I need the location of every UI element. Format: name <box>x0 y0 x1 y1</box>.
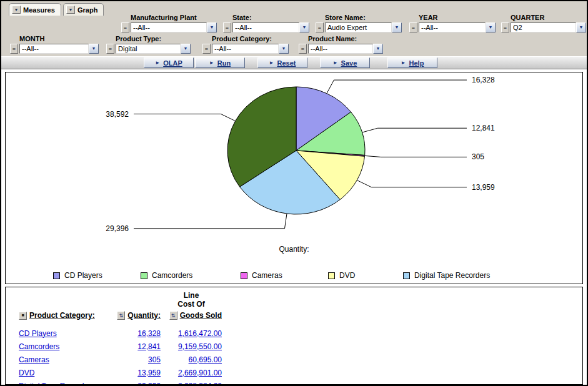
table-cell: 305 <box>116 355 161 364</box>
value-link[interactable]: 2,028,324.00 <box>178 382 222 385</box>
tab-label: Graph <box>77 6 97 14</box>
table-cell: Digital Tape Recorders <box>19 382 116 385</box>
value-link[interactable]: 305 <box>148 355 161 364</box>
olap-report-window: ▼ Measures ▼ Graph Manufacturing Plant =… <box>0 0 588 386</box>
table-cell: 60,695.00 <box>161 355 222 364</box>
legend-label: DVD <box>339 271 355 280</box>
dropdown-arrow-icon[interactable]: ▼ <box>576 22 586 32</box>
tab-label: Measures <box>23 6 55 14</box>
sort-icon[interactable]: ⇅ <box>117 311 125 320</box>
equals-button[interactable]: = <box>202 44 211 54</box>
dropdown-arrow-icon[interactable]: ▼ <box>181 44 191 54</box>
dropdown-arrow-icon[interactable]: ▼ <box>486 22 496 32</box>
value-link[interactable]: 13,959 <box>137 369 161 377</box>
pie-data-label: 305 <box>472 152 484 161</box>
equals-button[interactable]: = <box>223 22 231 32</box>
value-link[interactable]: 2,669,901.00 <box>178 369 222 377</box>
filter-value[interactable]: --All-- <box>19 44 89 54</box>
table-body: CD Players16,3281,616,472.00Camcorders12… <box>19 327 582 385</box>
filter-value[interactable]: --All-- <box>308 44 373 54</box>
dropdown-arrow-icon[interactable]: ▼ <box>392 22 402 32</box>
product-category-link[interactable]: Digital Tape Recorders <box>19 382 94 385</box>
value-link[interactable]: 12,841 <box>137 342 161 351</box>
pie-data-label: 13,959 <box>472 183 495 192</box>
product-category-link[interactable]: Camcorders <box>19 342 59 351</box>
equals-button[interactable]: = <box>106 44 114 54</box>
legend-item: CD Players <box>53 271 102 280</box>
pie-data-label: 38,592 <box>106 110 129 119</box>
equals-button[interactable]: = <box>121 22 129 32</box>
tab-measures[interactable]: ▼ Measures <box>9 3 61 16</box>
filter-quarter: QUARTER = Q2 ▼ <box>501 14 586 32</box>
save-button[interactable]: ► Save <box>320 57 370 68</box>
olap-button[interactable]: ► OLAP <box>144 57 194 68</box>
filter-label: MONTH <box>19 35 99 42</box>
value-link[interactable]: 9,159,550.00 <box>178 342 222 351</box>
help-button[interactable]: ► Help <box>387 57 437 68</box>
filter-value[interactable]: --All-- <box>419 22 486 32</box>
filter-product-type: Product Type: = Digital ▼ <box>106 35 191 54</box>
pie-data-label: 12,841 <box>472 124 495 132</box>
table-row: Cameras30560,695.00 <box>19 353 582 366</box>
dropdown-arrow-icon[interactable]: ▼ <box>373 44 383 54</box>
filter-store-name: Store Name: = Audio Expert ▼ <box>316 14 402 32</box>
filter-label: Manufacturing Plant <box>131 14 217 21</box>
leader-line <box>327 80 467 94</box>
value-link[interactable]: 29,396 <box>137 382 161 385</box>
value-link[interactable]: 1,616,472.00 <box>178 329 222 338</box>
dropdown-arrow-icon[interactable]: ▼ <box>207 22 217 32</box>
button-arrow-icon: ► <box>269 61 274 66</box>
table-cell: 1,616,472.00 <box>161 329 222 338</box>
filter-value[interactable]: --All-- <box>131 22 207 32</box>
table-row: Camcorders12,8419,159,550.00 <box>19 340 582 353</box>
table-cell: 12,841 <box>116 342 161 351</box>
filter-value[interactable]: --All-- <box>212 44 279 54</box>
filter-label: Product Category: <box>212 35 289 42</box>
column-header-line: Line <box>161 291 222 300</box>
button-arrow-icon: ► <box>333 61 338 66</box>
column-control-icon[interactable]: ■ <box>19 312 27 320</box>
filter-label: Product Name: <box>308 35 383 42</box>
chart-title: Quantity: <box>6 245 582 254</box>
column-header-goods-sold[interactable]: Goods Sold <box>180 311 222 320</box>
filter-label: YEAR <box>419 14 496 21</box>
tab-graph[interactable]: ▼ Graph <box>63 3 104 16</box>
equals-button[interactable]: = <box>299 44 307 54</box>
column-header-line: Cost Of <box>161 300 222 309</box>
product-category-link[interactable]: CD Players <box>19 329 57 338</box>
sort-icon[interactable]: ⇅ <box>169 311 177 320</box>
reset-button[interactable]: ► Reset <box>257 57 307 68</box>
filter-label: Store Name: <box>325 14 402 21</box>
dropdown-arrow-icon[interactable]: ▼ <box>279 44 289 54</box>
pie-data-label: 16,328 <box>472 76 495 84</box>
button-arrow-icon: ► <box>155 61 160 66</box>
equals-button[interactable]: = <box>409 22 417 32</box>
leader-line <box>357 181 467 187</box>
equals-button[interactable]: = <box>501 22 509 32</box>
table-row: Digital Tape Recorders29,3962,028,324.00 <box>19 379 582 385</box>
button-label: Help <box>409 59 424 67</box>
equals-button[interactable]: = <box>316 22 324 32</box>
filter-value[interactable]: Q2 <box>511 22 576 32</box>
pie-chart: 16,32812,84130513,95929,39638,592 <box>6 72 582 242</box>
equals-button[interactable]: = <box>10 44 18 54</box>
filter-value[interactable]: Digital <box>116 44 181 54</box>
control-panel: ▼ Measures ▼ Graph Manufacturing Plant =… <box>1 1 587 69</box>
filter-value[interactable]: --All-- <box>232 22 299 32</box>
column-header-product-category[interactable]: Product Category: <box>29 311 95 320</box>
dropdown-arrow-icon[interactable]: ▼ <box>299 22 309 32</box>
table-cell: 13,959 <box>116 369 161 377</box>
run-button[interactable]: ► Run <box>195 57 245 68</box>
product-category-link[interactable]: Cameras <box>19 355 49 364</box>
tab-dropdown-icon[interactable]: ▼ <box>12 6 21 14</box>
table-row: CD Players16,3281,616,472.00 <box>19 327 582 340</box>
tab-dropdown-icon[interactable]: ▼ <box>66 6 75 14</box>
filter-state: State: = --All-- ▼ <box>223 14 309 32</box>
dropdown-arrow-icon[interactable]: ▼ <box>89 44 99 54</box>
legend-swatch-icon <box>241 272 247 279</box>
value-link[interactable]: 60,695.00 <box>189 355 222 364</box>
column-header-quantity[interactable]: Quantity: <box>127 311 161 320</box>
filter-value[interactable]: Audio Expert <box>325 22 392 32</box>
value-link[interactable]: 16,328 <box>137 329 161 338</box>
product-category-link[interactable]: DVD <box>19 369 34 377</box>
